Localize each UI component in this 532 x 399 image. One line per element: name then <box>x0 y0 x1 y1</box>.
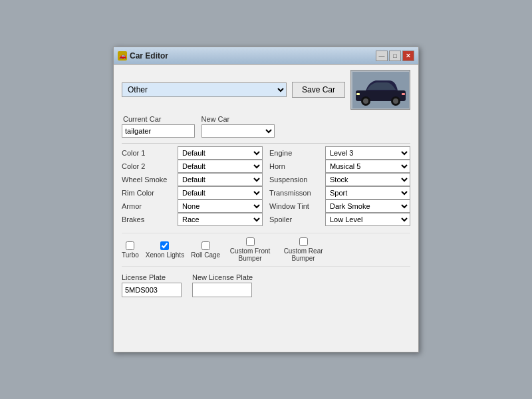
top-row: Other Sports Muscle SUV Sedan Save Car <box>122 70 410 110</box>
wheel-smoke-label: Wheel Smoke <box>122 176 175 184</box>
car-labels-row: Current Car New Car <box>123 115 410 123</box>
rear-bumper-label: Custom Rear Bumper <box>280 247 327 262</box>
armor-select[interactable]: NoneLevel 1Level 2Level 3 <box>178 200 263 213</box>
app-icon: 🚗 <box>118 51 127 61</box>
license-section: License Plate New License Plate <box>122 273 410 297</box>
rim-color-label: Rim Color <box>122 189 175 197</box>
engine-row: Engine StockLevel 1Level 2Level 3 <box>269 146 410 160</box>
wheel-smoke-row: Wheel Smoke DefaultRedBlue <box>122 173 263 186</box>
transmission-select[interactable]: StockStreetSportRace <box>325 186 410 200</box>
car-name-row: tailgater sultan zentorno <box>122 124 410 138</box>
front-bumper-label: Custom Front Bumper <box>227 247 273 262</box>
turbo-label: Turbo <box>122 251 139 259</box>
suspension-label: Suspension <box>269 176 323 184</box>
suspension-row: Suspension StockLoweredStreetSport <box>269 173 410 186</box>
engine-select[interactable]: StockLevel 1Level 2Level 3 <box>325 146 410 160</box>
rollcage-checkbox[interactable] <box>201 241 210 250</box>
rim-color-row: Rim Color DefaultChromeBlack <box>122 186 263 200</box>
svg-point-3 <box>363 98 368 104</box>
xenon-checkbox-item: Xenon Lights <box>146 241 184 259</box>
car-image <box>352 72 409 108</box>
color2-label: Color 2 <box>122 162 175 170</box>
window-tint-label: Window Tint <box>269 202 323 210</box>
spoiler-select[interactable]: NoneLow LevelHigh LevelCarbon <box>325 213 410 226</box>
brakes-row: Brakes StockStreetSportRace <box>122 213 263 226</box>
engine-label: Engine <box>269 149 323 157</box>
car-editor-window: 🚗 Car Editor — □ ✕ Other Sports Muscle S… <box>113 47 419 352</box>
window-tint-row: Window Tint NonePure BlackDark SmokeLigh… <box>269 200 410 213</box>
horn-row: Horn DefaultMusical 1Musical 2Musical 3M… <box>269 160 410 173</box>
color2-select[interactable]: DefaultRedBlueGreen <box>178 160 263 173</box>
checkboxes-row: Turbo Xenon Lights Roll Cage Custom Fron… <box>122 233 410 267</box>
category-select[interactable]: Other Sports Muscle SUV Sedan <box>122 82 287 97</box>
spoiler-label: Spoiler <box>269 215 323 223</box>
front-bumper-checkbox-item: Custom Front Bumper <box>227 237 273 262</box>
left-column: Color 1 DefaultRedBlueGreen Color 2 Defa… <box>122 146 263 226</box>
new-car-select[interactable]: tailgater sultan zentorno <box>201 124 275 138</box>
new-license-plate-group: New License Plate <box>192 273 253 297</box>
svg-rect-7 <box>402 93 405 95</box>
color1-label: Color 1 <box>122 149 175 157</box>
svg-point-5 <box>393 98 398 104</box>
rollcage-checkbox-item: Roll Cage <box>191 241 220 259</box>
current-car-input[interactable] <box>122 124 195 138</box>
license-plate-label: License Plate <box>122 273 182 281</box>
spoiler-row: Spoiler NoneLow LevelHigh LevelCarbon <box>269 213 410 226</box>
maximize-button[interactable]: □ <box>389 51 401 61</box>
color2-row: Color 2 DefaultRedBlueGreen <box>122 160 263 173</box>
content-area: Other Sports Muscle SUV Sedan Save Car <box>114 65 418 304</box>
turbo-checkbox-item: Turbo <box>122 241 139 259</box>
current-car-label: Current Car <box>123 115 161 123</box>
new-license-plate-input[interactable] <box>192 283 252 297</box>
title-bar-left: 🚗 Car Editor <box>118 51 168 61</box>
brakes-label: Brakes <box>122 215 175 223</box>
armor-row: Armor NoneLevel 1Level 2Level 3 <box>122 200 263 213</box>
horn-label: Horn <box>269 162 323 170</box>
new-car-label: New Car <box>201 115 229 123</box>
rim-color-select[interactable]: DefaultChromeBlack <box>178 186 263 200</box>
brakes-select[interactable]: StockStreetSportRace <box>178 213 263 226</box>
title-buttons: — □ ✕ <box>376 51 414 61</box>
license-plate-group: License Plate <box>122 273 182 297</box>
rear-bumper-checkbox-item: Custom Rear Bumper <box>280 237 327 262</box>
save-car-button[interactable]: Save Car <box>292 82 345 98</box>
color1-select[interactable]: DefaultRedBlueGreen <box>178 146 263 160</box>
form-grid: Color 1 DefaultRedBlueGreen Color 2 Defa… <box>122 146 410 226</box>
transmission-label: Transmisson <box>269 189 323 197</box>
xenon-label: Xenon Lights <box>146 251 184 259</box>
suspension-select[interactable]: StockLoweredStreetSport <box>325 173 410 186</box>
horn-select[interactable]: DefaultMusical 1Musical 2Musical 3Musica… <box>325 160 410 173</box>
close-button[interactable]: ✕ <box>402 51 414 61</box>
divider-1 <box>122 143 410 144</box>
license-plate-input[interactable] <box>122 283 182 297</box>
car-preview <box>350 70 410 110</box>
xenon-checkbox[interactable] <box>160 241 169 250</box>
turbo-checkbox[interactable] <box>126 241 134 250</box>
armor-label: Armor <box>122 202 175 210</box>
transmission-row: Transmisson StockStreetSportRace <box>269 186 410 200</box>
rear-bumper-checkbox[interactable] <box>299 237 308 246</box>
wheel-smoke-select[interactable]: DefaultRedBlue <box>178 173 263 186</box>
rollcage-label: Roll Cage <box>191 251 220 259</box>
svg-rect-6 <box>356 93 360 95</box>
color1-row: Color 1 DefaultRedBlueGreen <box>122 146 263 160</box>
new-license-plate-label: New License Plate <box>192 273 253 281</box>
title-bar: 🚗 Car Editor — □ ✕ <box>114 47 418 65</box>
minimize-button[interactable]: — <box>376 51 388 61</box>
window-tint-select[interactable]: NonePure BlackDark SmokeLight Smoke <box>325 200 410 213</box>
front-bumper-checkbox[interactable] <box>246 237 255 246</box>
window-title: Car Editor <box>130 51 168 61</box>
right-column: Engine StockLevel 1Level 2Level 3 Horn D… <box>269 146 410 226</box>
